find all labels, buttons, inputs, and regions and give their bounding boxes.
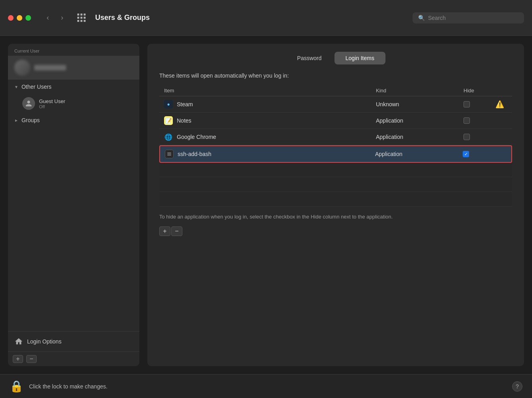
- table-body: ● Steam Unknown ⚠️ 📝 Notes Application: [159, 96, 512, 163]
- tab-password[interactable]: Password: [286, 52, 332, 64]
- warning-icon: ⚠️: [495, 100, 507, 109]
- groups-label: Groups: [22, 117, 40, 123]
- nav-buttons: ‹ ›: [42, 12, 68, 23]
- chrome-icon: 🌐: [164, 133, 173, 141]
- back-button[interactable]: ‹: [42, 12, 53, 23]
- remove-user-button[interactable]: −: [26, 355, 37, 363]
- lock-text: Click the lock to make changes.: [29, 383, 507, 390]
- item-cell-ssh: ssh-add-bash: [165, 150, 375, 158]
- add-remove-buttons: + −: [159, 226, 512, 236]
- traffic-lights: [8, 15, 31, 21]
- tab-login-items[interactable]: Login Items: [334, 52, 385, 64]
- avatar: [14, 60, 30, 76]
- app-name-chrome: Google Chrome: [177, 134, 216, 140]
- guest-user-item[interactable]: Guest User Off: [8, 94, 139, 113]
- app-name-ssh: ssh-add-bash: [178, 151, 211, 157]
- table-row[interactable]: ● Steam Unknown ⚠️: [159, 96, 512, 113]
- hide-checkbox-steam[interactable]: [464, 101, 470, 107]
- hide-checkbox-ssh[interactable]: ✓: [463, 151, 469, 157]
- current-user-item[interactable]: [8, 56, 139, 80]
- app-name-steam: Steam: [177, 101, 193, 107]
- col-kind: Kind: [376, 88, 464, 94]
- table-row[interactable]: 📝 Notes Application: [159, 113, 512, 129]
- sidebar: Current User ▼ Other Users Guest User Of…: [8, 44, 139, 366]
- help-button[interactable]: ?: [512, 381, 522, 392]
- login-options-label: Login Options: [27, 338, 61, 345]
- current-user-label: Current User: [8, 44, 139, 56]
- check-mark: ✓: [464, 152, 468, 156]
- hide-checkbox-chrome[interactable]: [464, 134, 470, 140]
- minimize-button[interactable]: [17, 15, 22, 21]
- item-cell-chrome: 🌐 Google Chrome: [164, 133, 376, 141]
- table-header: Item Kind Hide: [159, 85, 512, 96]
- guest-user-status: Off: [39, 104, 65, 109]
- kind-steam: Unknown: [376, 101, 464, 107]
- empty-row: [159, 178, 512, 192]
- search-icon: 🔍: [418, 15, 425, 21]
- bottom-bar: 🔒 Click the lock to make changes. ?: [0, 374, 532, 398]
- chevron-down-icon: ▼: [14, 85, 18, 89]
- kind-chrome: Application: [376, 134, 464, 140]
- sidebar-content: Current User ▼ Other Users Guest User Of…: [8, 44, 139, 331]
- table-row[interactable]: 🌐 Google Chrome Application: [159, 129, 512, 145]
- maximize-button[interactable]: [25, 15, 31, 21]
- avatar: [22, 97, 35, 110]
- description-text: These items will open automatically when…: [159, 72, 512, 79]
- user-name-blurred: [34, 65, 66, 70]
- groups-row[interactable]: ► Groups: [8, 113, 139, 127]
- empty-rows: [159, 163, 512, 207]
- hint-text: To hide an application when you log in, …: [159, 213, 512, 221]
- add-user-button[interactable]: +: [13, 355, 23, 363]
- empty-row: [159, 192, 512, 207]
- right-panel: Password Login Items These items will op…: [147, 44, 524, 366]
- ssh-icon: [165, 150, 174, 158]
- other-users-label: Other Users: [22, 84, 51, 90]
- item-cell-notes: 📝 Notes: [164, 116, 376, 125]
- titlebar: ‹ › Users & Groups 🔍: [0, 0, 532, 36]
- window-title: Users & Groups: [95, 14, 406, 22]
- forward-button[interactable]: ›: [57, 12, 68, 23]
- close-button[interactable]: [8, 15, 14, 21]
- tabs: Password Login Items: [159, 52, 512, 64]
- notes-icon: 📝: [164, 116, 173, 125]
- hide-checkbox-notes[interactable]: [464, 117, 470, 124]
- lock-icon[interactable]: 🔒: [10, 380, 23, 393]
- col-hide: Hide: [464, 88, 495, 94]
- main-area: Current User ▼ Other Users Guest User Of…: [0, 36, 532, 374]
- app-grid-icon[interactable]: [77, 14, 86, 22]
- other-users-section: ▼ Other Users Guest User Off: [8, 80, 139, 113]
- guest-user-name: Guest User: [39, 98, 65, 104]
- app-name-notes: Notes: [177, 117, 192, 124]
- search-box: 🔍: [413, 12, 524, 23]
- col-item: Item: [164, 88, 376, 94]
- remove-item-button[interactable]: −: [171, 226, 182, 236]
- table-row-selected[interactable]: ssh-add-bash Application ✓: [159, 145, 512, 163]
- add-item-button[interactable]: +: [159, 226, 170, 236]
- other-users-expand[interactable]: ▼ Other Users: [8, 80, 139, 94]
- login-options-item[interactable]: Login Options: [8, 331, 139, 351]
- item-cell-steam: ● Steam: [164, 100, 376, 109]
- empty-row: [159, 163, 512, 177]
- kind-ssh: Application: [375, 151, 463, 157]
- kind-notes: Application: [376, 117, 464, 124]
- sidebar-bottom-buttons: + −: [8, 351, 139, 366]
- guest-user-info: Guest User Off: [39, 98, 65, 109]
- search-input[interactable]: [428, 15, 518, 21]
- chevron-right-icon: ►: [14, 118, 18, 123]
- home-icon: [14, 337, 23, 346]
- steam-icon: ●: [164, 100, 173, 109]
